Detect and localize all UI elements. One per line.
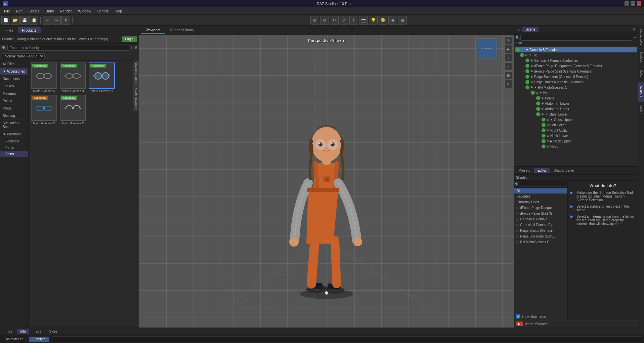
shader-item-dungarees[interactable]: ⬡ dForce Paige Dungar... — [514, 205, 567, 211]
tool-transform[interactable]: ✛ — [349, 16, 358, 25]
tab-products[interactable]: Products — [18, 27, 40, 33]
tool-rotate[interactable]: ↻ — [330, 16, 339, 25]
tool-morph[interactable]: ◈ — [388, 16, 397, 25]
tree-hip[interactable]: ⊕ ▼ Hip — [515, 52, 637, 58]
eye-hip-inner[interactable] — [531, 91, 535, 95]
eye-glasses-c[interactable] — [525, 85, 529, 89]
cat-pants[interactable]: Pants — [0, 144, 28, 151]
shader-cat-currently-used[interactable]: Currently Used — [514, 199, 567, 205]
cat-all-files[interactable]: All Files — [0, 60, 28, 68]
vp-zoom-out-btn[interactable]: − — [504, 62, 512, 71]
tree-left-collar[interactable]: ⊕ Left Collar — [515, 122, 637, 128]
cat-shaping[interactable]: Shaping — [0, 112, 28, 120]
product-card-glasses-b[interactable]: Accessory Minto Glasses B — [59, 62, 86, 93]
menu-render[interactable]: Render — [57, 8, 75, 14]
eye-right-collar[interactable] — [542, 128, 546, 132]
open-button[interactable]: 📂 — [11, 16, 19, 25]
footer-tab-animatelite[interactable]: animateLite — [2, 337, 28, 342]
shader-item-rn-glasses[interactable]: ⬡ RN MintoGlasses C — [514, 239, 567, 245]
eye-sneakers[interactable] — [525, 75, 529, 79]
tree-neck-lower[interactable]: ⊕ Neck Lower — [515, 133, 637, 138]
tree-genesis8f[interactable]: 👤 ▼ Genesis 8 Female — [515, 47, 637, 52]
footer-tab-timeline[interactable]: Timeline — [29, 337, 49, 342]
new-button[interactable]: 📄 — [1, 16, 10, 25]
minimize-button[interactable]: ─ — [625, 1, 629, 6]
menu-edit[interactable]: Edit — [13, 8, 25, 14]
eye-head[interactable] — [542, 144, 546, 148]
product-card-glasses-d[interactable]: Accessory Minto Glasses D — [31, 95, 57, 125]
cat-materials[interactable]: Materials — [0, 90, 28, 97]
eye-chest-lower[interactable] — [536, 112, 540, 116]
tool-camera[interactable]: 📷 — [359, 16, 368, 25]
eye-abdomen-upper[interactable] — [536, 107, 540, 111]
shader-item-shirt[interactable]: ⬡ dForce Paige Shirt (G... — [514, 211, 567, 216]
eye-neck-lower[interactable] — [542, 134, 546, 138]
cat-poses[interactable]: Poses — [0, 97, 28, 105]
tree-glasses-c[interactable]: ⊕ ▼ RN MintoGlasses C — [515, 85, 637, 90]
tab-presets[interactable]: Presets — [515, 168, 533, 173]
cat-wardrobe[interactable]: ▼ Wardrobe — [0, 131, 28, 138]
tool-select[interactable]: ⊕ — [310, 16, 319, 25]
vp-render-btn[interactable]: ▶ — [504, 45, 512, 53]
vp-zoom-in-btn[interactable]: + — [504, 54, 512, 62]
shader-cat-all[interactable]: All — [514, 188, 567, 194]
eye-shirt[interactable] — [525, 69, 529, 73]
bottom-tab-tips[interactable]: Tips — [3, 329, 16, 334]
redo-button[interactable]: ↪ — [52, 16, 61, 25]
bottom-tab-store[interactable]: Store — [46, 329, 60, 334]
cat-footwear[interactable]: Footwear — [0, 138, 28, 144]
tree-sneakers[interactable]: ⊕ Paige Sneakers (Genesis 8 Female) — [515, 74, 637, 79]
save-button[interactable]: 💾 — [20, 16, 29, 25]
viewport-content[interactable]: Perspective View ▼ 📷 ▶ + − ⊞ ↺ Preview — [139, 35, 514, 328]
tab-scene[interactable]: Scene — [522, 27, 539, 32]
cat-simulation[interactable]: Simulation-Sett... — [0, 120, 28, 131]
menu-scripts[interactable]: Scripts — [94, 8, 111, 14]
tree-chest-lower[interactable]: ⊕ ▼ Chest Lower — [515, 112, 637, 117]
menu-create[interactable]: Create — [26, 8, 42, 14]
tool-bone[interactable]: ⊞ — [398, 16, 407, 25]
eye-hip[interactable] — [520, 53, 524, 57]
tree-shirt[interactable]: ⊕ dForce Paige Shirt (Genesis 8 Female) — [515, 69, 637, 74]
vp-fit-btn[interactable]: ⊞ — [504, 71, 512, 79]
eye-dungarees[interactable] — [525, 64, 529, 68]
smart-content-tab[interactable]: Smart Content — [133, 60, 139, 85]
scene-search-options[interactable]: ▼ — [633, 36, 637, 40]
tree-neck-upper[interactable]: ⊕ ▶ Neck Upper — [515, 138, 637, 144]
tool-surface[interactable]: 🎨 — [379, 16, 387, 25]
eye-genesis8f[interactable] — [516, 48, 520, 52]
cat-accessories[interactable]: ▼ Accessories — [0, 68, 28, 75]
save-as-button[interactable]: 📋 — [30, 16, 38, 25]
tree-abdomen-upper[interactable]: ⊕ Abdomen Upper — [515, 106, 637, 112]
bottom-tab-info[interactable]: Info — [17, 329, 30, 334]
sort-dropdown[interactable]: Sort by Name - A to Z Sort by Name - Z t… — [2, 53, 45, 59]
side-tab-surfaces[interactable]: Surfaces — [638, 83, 644, 102]
tree-abdomen-lower[interactable]: ⊕ Abdomen Lower — [515, 101, 637, 106]
vp-nav-btn[interactable]: ↺ — [504, 80, 512, 88]
close-button[interactable]: ✕ — [637, 1, 641, 6]
tree-hip-inner[interactable]: ⊕ ▼ Hip — [515, 90, 637, 95]
cat-documents[interactable]: Documents — [0, 75, 28, 83]
product-card-glasses-a[interactable]: Accessory Minto Glasses A — [31, 62, 57, 93]
tree-head[interactable]: ⊕ Head — [515, 144, 637, 149]
maximize-button[interactable]: □ — [631, 1, 635, 6]
side-tab-parameters[interactable]: Parameters — [638, 26, 644, 48]
cat-shirts[interactable]: Shirts — [0, 151, 28, 157]
menu-window[interactable]: Window — [75, 8, 94, 14]
tree-chest-upper[interactable]: ⊕ ▼ Chest Upper — [515, 117, 637, 122]
shader-item-eyelashes[interactable]: ⬡ Genesis 8 Female Ey... — [514, 222, 567, 228]
cat-figures[interactable]: Figures — [0, 83, 28, 90]
eye-pelvis[interactable] — [536, 96, 540, 100]
tree-dungarees[interactable]: ⊕ dForce Paige Dungarees (Genesis 8 Fema… — [515, 63, 637, 69]
eye-chest-upper[interactable] — [542, 118, 546, 122]
side-tab-lights[interactable]: Lights — [638, 102, 644, 117]
menu-build[interactable]: Build — [43, 8, 56, 14]
menu-file[interactable]: File — [1, 8, 13, 14]
search-input[interactable] — [7, 45, 129, 51]
bottom-tab-tags[interactable]: Tags — [31, 329, 44, 334]
shader-filter-input[interactable] — [519, 182, 566, 186]
tab-viewport[interactable]: Viewport — [141, 27, 165, 34]
tree-pelvis[interactable]: ⊕ Pelvis — [515, 95, 637, 101]
eye-left-collar[interactable] — [542, 123, 546, 127]
content-library-tab[interactable]: Content Library — [133, 85, 139, 112]
undo-button[interactable]: ↩ — [43, 16, 51, 25]
